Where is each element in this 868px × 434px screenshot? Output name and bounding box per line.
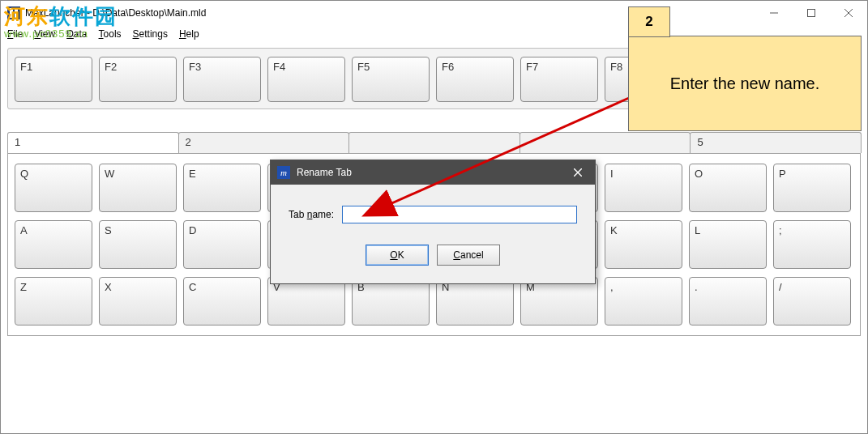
key-n[interactable]: N <box>436 277 514 326</box>
key-period[interactable]: . <box>689 277 767 326</box>
tab-strip: 1 2 5 <box>7 132 861 153</box>
key-q[interactable]: Q <box>15 164 92 212</box>
key-s[interactable]: S <box>99 220 177 269</box>
tab-4[interactable] <box>520 132 691 153</box>
dialog-body: Tab name: OK Cancel <box>271 185 595 283</box>
menu-file[interactable]: File <box>7 28 23 40</box>
tab-name-row: Tab name: <box>289 206 577 223</box>
tab-name-label: Tab name: <box>289 209 334 220</box>
key-slash[interactable]: / <box>773 277 851 326</box>
key-v[interactable]: V <box>267 277 345 326</box>
key-semicolon[interactable]: ; <box>773 220 851 269</box>
menu-settings[interactable]: Settings <box>133 28 168 40</box>
cancel-button[interactable]: Cancel <box>437 245 500 266</box>
svg-rect-1 <box>808 10 815 17</box>
dialog-title-bar[interactable]: m Rename Tab <box>271 160 595 185</box>
tab-3[interactable] <box>348 132 520 153</box>
menu-tools[interactable]: Tools <box>99 28 122 40</box>
key-w[interactable]: W <box>99 164 177 212</box>
tab-5[interactable]: 5 <box>690 132 862 153</box>
key-e[interactable]: E <box>183 164 261 212</box>
key-c[interactable]: C <box>183 277 261 326</box>
maximize-button[interactable] <box>793 1 830 25</box>
key-d[interactable]: D <box>183 220 261 269</box>
app-window: 河东软件园 www.pc0359.cn MaxLauncher - D:\Dat… <box>0 0 868 434</box>
key-l[interactable]: L <box>689 220 767 269</box>
title-bar: MaxLauncher - D:\Data\Desktop\Main.mld <box>1 1 867 25</box>
app-icon <box>7 6 20 19</box>
key-i[interactable]: I <box>605 164 682 212</box>
tab-1[interactable]: 1 <box>7 132 179 153</box>
key-m[interactable]: M <box>520 277 598 326</box>
menu-help[interactable]: Help <box>179 28 199 40</box>
key-a[interactable]: A <box>15 220 92 269</box>
key-x[interactable]: X <box>99 277 177 326</box>
fkey-f4[interactable]: F4 <box>267 57 345 102</box>
fkey-f1[interactable]: F1 <box>15 57 92 102</box>
menu-data[interactable]: Data <box>66 28 87 40</box>
key-comma[interactable]: , <box>605 277 682 326</box>
fkey-f5[interactable]: F5 <box>352 57 430 102</box>
annotation-step-badge: 2 <box>628 6 670 37</box>
window-controls <box>755 1 867 25</box>
menu-view[interactable]: View <box>34 28 55 40</box>
minimize-button[interactable] <box>755 1 793 25</box>
close-button[interactable] <box>830 1 867 25</box>
dialog-icon: m <box>277 166 290 179</box>
rename-tab-dialog: m Rename Tab Tab name: OK Cancel <box>270 160 596 284</box>
key-p[interactable]: P <box>773 164 851 212</box>
key-b[interactable]: B <box>352 277 430 326</box>
key-z[interactable]: Z <box>15 277 92 326</box>
key-o[interactable]: O <box>689 164 767 212</box>
tab-2[interactable]: 2 <box>178 132 350 153</box>
dialog-buttons: OK Cancel <box>289 245 577 266</box>
ok-button[interactable]: OK <box>366 245 429 266</box>
tab-name-input[interactable] <box>342 206 577 223</box>
dialog-close-button[interactable] <box>566 160 590 185</box>
key-row-3: Z X C V B N M , . / <box>15 277 853 326</box>
fkey-f2[interactable]: F2 <box>99 57 177 102</box>
dialog-title: Rename Tab <box>297 167 566 178</box>
fkey-f6[interactable]: F6 <box>436 57 514 102</box>
key-k[interactable]: K <box>605 220 682 269</box>
fkey-f7[interactable]: F7 <box>520 57 598 102</box>
annotation-callout: Enter the new name. <box>628 36 862 131</box>
fkey-f3[interactable]: F3 <box>183 57 261 102</box>
